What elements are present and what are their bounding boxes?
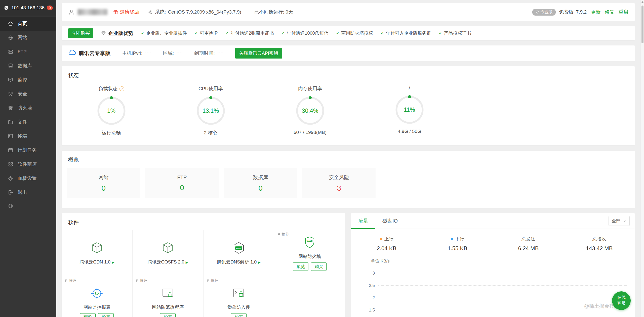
globe-bottom-icon[interactable] [8, 203, 14, 209]
overview-ftp[interactable]: FTP 0 [145, 168, 219, 198]
flag-icon [65, 279, 68, 282]
invite-reward-link[interactable]: 邀请奖励 [113, 9, 139, 15]
server-ip-header[interactable]: 101.43.166.136 0 [0, 0, 56, 16]
software-item-name[interactable]: 堡垒防入侵 [227, 304, 250, 310]
overview-database[interactable]: 数据库 0 [224, 168, 297, 198]
sidebar-item-cron[interactable]: 计划任务 [0, 143, 56, 157]
sidebar-item-logout[interactable]: 退出 [0, 185, 56, 199]
software-item-name[interactable]: 网站防篡改程序 [152, 304, 184, 310]
help-icon[interactable]: ? [119, 86, 124, 91]
stat-total-sent: 总发送 6.24 MB [493, 236, 564, 252]
sidebar-item-files[interactable]: 文件 [0, 115, 56, 129]
feature-item: 产品授权证书 [439, 30, 471, 36]
feature-item: 年付可入企业版服务群 [381, 30, 431, 36]
gauge-value: 11% [394, 94, 425, 125]
user-icon[interactable] [68, 9, 75, 15]
calendar-icon [8, 147, 14, 153]
sidebar-item-settings[interactable]: 面板设置 [0, 171, 56, 185]
play-icon [112, 259, 114, 265]
preview-button[interactable]: 预览 [293, 262, 308, 271]
software-item-name[interactable]: 腾讯云COSFS2.0 [148, 259, 188, 265]
gauge-subtitle: 2 核心 [204, 130, 218, 136]
online-support-button[interactable]: 在线 客服 [612, 291, 631, 310]
filter-dropdown[interactable]: 全部 [609, 216, 630, 226]
software-item-dns[interactable]: DNS 腾讯云DNS解析1.0 [204, 230, 274, 276]
buy-now-button[interactable]: 立即购买 [68, 28, 93, 38]
gift-icon [113, 10, 118, 15]
tab-traffic[interactable]: 流量 [351, 213, 375, 229]
dns-hexagon-icon: DNS [232, 241, 246, 256]
status-title: 状态 [62, 66, 635, 79]
repair-link[interactable]: 修复 [605, 9, 614, 15]
software-item-tamper-proof[interactable]: 推荐 网站防篡改程序 购买 [133, 276, 204, 317]
y-tick: 3 [366, 271, 375, 276]
tencent-bar: 腾讯云专享版 主机IPv4:---- 区域:---- 到期时间:---- 关联腾… [62, 45, 635, 61]
update-link[interactable]: 更新 [591, 9, 600, 15]
sidebar-item-firewall[interactable]: 防火墙 [0, 101, 56, 115]
sidebar-item-appstore[interactable]: 软件商店 [0, 157, 56, 171]
software-item-monitor-report[interactable]: 推荐 网站监控报表 预览 购买 [62, 276, 133, 317]
preview-button[interactable]: 预览 [80, 313, 96, 317]
globe-icon [8, 35, 14, 41]
sidebar-item-monitor[interactable]: 监控 [0, 73, 56, 87]
software-grid: 腾讯云CDN1.0 腾讯云COSFS2.0 DNS [62, 230, 345, 317]
gauge-value: 13.1% [195, 95, 226, 126]
software-item-cosfs[interactable]: 腾讯云COSFS2.0 [133, 230, 204, 276]
software-item-name[interactable]: 网站防火墙 [298, 253, 321, 259]
upload-dot [380, 238, 382, 240]
buy-button[interactable]: 购买 [160, 313, 176, 317]
sidebar-item-home[interactable]: 首页 [0, 17, 56, 31]
sidebar-item-website[interactable]: 网站 [0, 31, 56, 45]
stat-upload: 上行 2.04 KB [351, 236, 422, 252]
restart-link[interactable]: 重启 [619, 9, 628, 15]
sidebar-item-terminal[interactable]: 终端 [0, 129, 56, 143]
sidebar-item-ftp[interactable]: FTP [0, 45, 56, 59]
recommend-tag: 推荐 [207, 278, 218, 283]
tab-disk-io[interactable]: 磁盘IO [375, 213, 405, 229]
gauge-subtitle: 4.9G / 50G [398, 129, 421, 134]
main-content: 邀请奖励 系统: CentOS 7.9.2009 x86_64(Py3.7.9)… [56, 0, 644, 317]
diamond-icon [101, 31, 106, 36]
traffic-panel: 流量 磁盘IO 全部 上行 2.04 KB 下行 1.55 KB 总发 [351, 213, 635, 317]
firewall-icon [8, 105, 14, 111]
flag-icon [136, 279, 139, 282]
buy-button[interactable]: 购买 [231, 313, 247, 317]
tencent-cloud-title: 腾讯云专享版 [68, 49, 110, 58]
gridline [378, 273, 627, 273]
gridline [378, 285, 627, 286]
scroll-up-arrow[interactable] [641, 1, 644, 3]
chevron-down-icon [623, 219, 626, 223]
gauge-title: 负载状态 [99, 85, 118, 92]
y-tick: 2 [366, 295, 375, 300]
header-bar: 邀请奖励 系统: CentOS 7.9.2009 x86_64(Py3.7.9)… [62, 3, 635, 21]
software-item-fortress[interactable]: 推荐 堡垒防入侵 购买 [204, 276, 274, 317]
software-item-cdn[interactable]: 腾讯云CDN1.0 [62, 230, 133, 276]
system-info: 系统: CentOS 7.9.2009 x86_64(Py3.7.9) [148, 9, 241, 15]
host-ipv4: 主机IPv4:---- [122, 50, 151, 57]
overview-website[interactable]: 网站 0 [67, 168, 140, 198]
software-panel: 软件 腾讯云CDN1.0 腾讯云COSFS2.0 [62, 213, 345, 317]
software-item-name[interactable]: 网站监控报表 [83, 304, 110, 310]
overview-security-risk[interactable]: 安全风险 3 [302, 168, 376, 198]
buy-button[interactable]: 购买 [98, 313, 114, 317]
download-dot [451, 238, 453, 240]
software-item-name[interactable]: 腾讯云DNS解析1.0 [217, 259, 260, 265]
sidebar-item-security[interactable]: 安全 [0, 87, 56, 101]
software-item-name[interactable]: 腾讯云CDN1.0 [79, 259, 114, 265]
scrollbar-thumb[interactable] [641, 6, 643, 43]
message-count-badge[interactable]: 0 [47, 6, 53, 10]
check-icon [141, 30, 145, 36]
feature-item: 可更换IP [194, 30, 218, 36]
flag-icon [277, 233, 280, 236]
play-icon [186, 259, 188, 265]
server-ip: 101.43.166.136 [11, 5, 45, 11]
sidebar-item-database[interactable]: 数据库 [0, 59, 56, 73]
system-label: 系统: [155, 9, 166, 15]
link-tencent-api-button[interactable]: 关联腾讯云API密钥 [235, 48, 282, 59]
software-item-waf[interactable]: 推荐 WAF 网站防火墙 预览 购买 [274, 230, 345, 276]
uptime-label: 已不间断运行: 0天 [254, 9, 293, 15]
grid-icon [8, 161, 14, 167]
status-panel: 状态 负载状态 ? 1% 运行流畅 CPU使用率 13.1% [62, 66, 635, 145]
buy-button[interactable]: 购买 [311, 262, 327, 271]
gauge-subtitle: 运行流畅 [102, 130, 121, 136]
